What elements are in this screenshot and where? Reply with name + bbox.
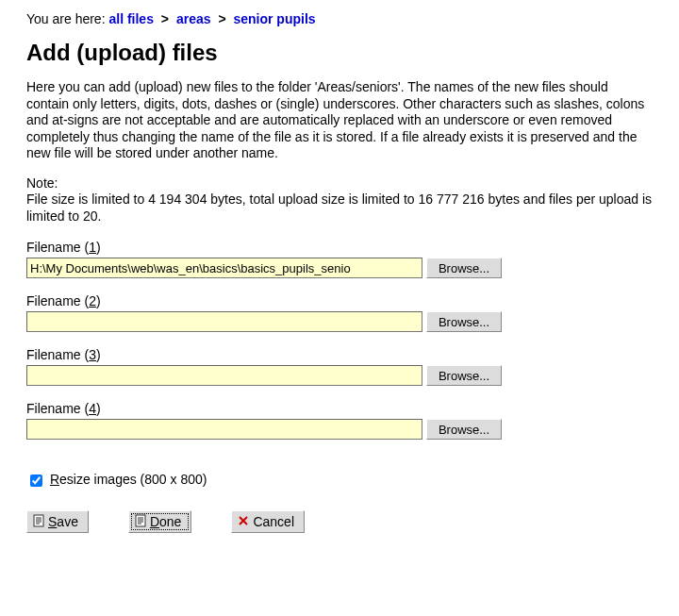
intro-text: Here you can add (upload) new files to t… bbox=[26, 79, 653, 225]
browse-button-2[interactable]: Browse... bbox=[426, 311, 502, 332]
filename-row-4: Filename (4) Browse... bbox=[26, 401, 653, 440]
filename-label-3: Filename (3) bbox=[26, 347, 653, 362]
save-button[interactable]: Save bbox=[26, 510, 89, 533]
breadcrumb-link-all-files[interactable]: all files bbox=[108, 11, 153, 26]
resize-label[interactable]: Resize images (800 x 800) bbox=[50, 472, 207, 487]
browse-button-3[interactable]: Browse... bbox=[426, 365, 502, 386]
filename-input-1[interactable] bbox=[26, 258, 422, 278]
breadcrumb-link-areas[interactable]: areas bbox=[176, 11, 211, 26]
svg-rect-0 bbox=[34, 515, 43, 526]
browse-button-4[interactable]: Browse... bbox=[426, 419, 502, 440]
resize-row: Resize images (800 x 800) bbox=[26, 472, 653, 490]
cancel-button[interactable]: Cancel bbox=[231, 510, 305, 533]
done-button[interactable]: Done bbox=[128, 510, 191, 533]
intro-paragraph-2: Note: File size is limited to 4 194 304 … bbox=[26, 175, 653, 225]
filename-label-2: Filename (2) bbox=[26, 293, 653, 308]
intro-paragraph-1: Here you can add (upload) new files to t… bbox=[26, 79, 653, 162]
breadcrumb-sep: > bbox=[157, 11, 173, 26]
filename-input-3[interactable] bbox=[26, 365, 422, 386]
page-title: Add (upload) files bbox=[26, 40, 653, 66]
breadcrumb: You are here: all files > areas > senior… bbox=[26, 11, 653, 26]
breadcrumb-prefix: You are here: bbox=[26, 11, 108, 26]
document-icon bbox=[135, 514, 146, 530]
filename-input-4[interactable] bbox=[26, 419, 422, 440]
filename-input-2[interactable] bbox=[26, 311, 422, 332]
cancel-icon bbox=[238, 514, 249, 529]
action-buttons: Save Done Cancel bbox=[26, 510, 653, 533]
svg-rect-5 bbox=[136, 515, 145, 526]
resize-checkbox[interactable] bbox=[30, 474, 42, 487]
document-icon bbox=[33, 514, 44, 530]
filename-row-2: Filename (2) Browse... bbox=[26, 293, 653, 332]
filename-label-4: Filename (4) bbox=[26, 401, 653, 416]
breadcrumb-sep: > bbox=[214, 11, 229, 26]
breadcrumb-link-senior-pupils[interactable]: senior pupils bbox=[233, 11, 315, 26]
filename-label-1: Filename (1) bbox=[26, 240, 653, 255]
browse-button-1[interactable]: Browse... bbox=[426, 258, 502, 278]
filename-row-1: Filename (1) Browse... bbox=[26, 240, 653, 278]
filename-row-3: Filename (3) Browse... bbox=[26, 347, 653, 386]
